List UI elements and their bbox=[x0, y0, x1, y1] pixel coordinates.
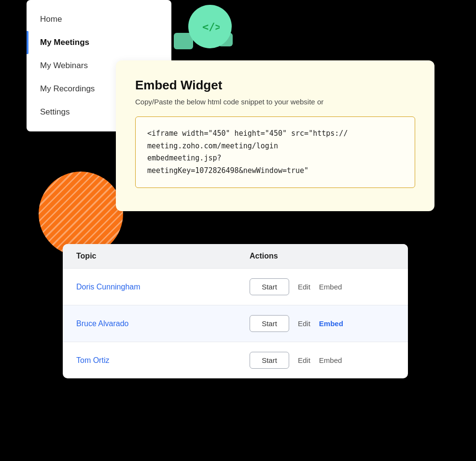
row-topic-doris[interactable]: Doris Cunningham bbox=[76, 283, 250, 291]
row-actions-tom: Start Edit Embed bbox=[250, 352, 394, 369]
sidebar-item-label: Settings bbox=[40, 107, 70, 116]
row-topic-tom[interactable]: Tom Ortiz bbox=[76, 356, 250, 365]
start-button-tom[interactable]: Start bbox=[250, 352, 289, 369]
edit-button-tom[interactable]: Edit bbox=[298, 356, 310, 364]
table-row: Bruce Alvarado Start Edit Embed bbox=[63, 305, 408, 342]
code-icon-circle: </> bbox=[188, 5, 232, 48]
meetings-table: Topic Actions Doris Cunningham Start Edi… bbox=[63, 244, 408, 378]
table-header: Topic Actions bbox=[63, 244, 408, 268]
sidebar-item-label: My Webinars bbox=[40, 61, 88, 70]
svg-text:</>: </> bbox=[202, 21, 220, 33]
embed-button-bruce[interactable]: Embed bbox=[319, 319, 343, 328]
sidebar-item-label: Home bbox=[40, 14, 62, 24]
sidebar-item-my-meetings[interactable]: My Meetings bbox=[27, 31, 171, 54]
column-header-topic: Topic bbox=[76, 252, 250, 260]
edit-button-bruce[interactable]: Edit bbox=[298, 319, 310, 328]
sidebar-item-home[interactable]: Home bbox=[27, 8, 171, 31]
start-button-bruce[interactable]: Start bbox=[250, 315, 289, 332]
sidebar-item-label: My Recordings bbox=[40, 84, 95, 93]
edit-button-doris[interactable]: Edit bbox=[298, 283, 310, 291]
start-button-doris[interactable]: Start bbox=[250, 278, 289, 295]
column-header-actions: Actions bbox=[250, 252, 394, 260]
table-row: Tom Ortiz Start Edit Embed bbox=[63, 342, 408, 378]
row-actions-bruce: Start Edit Embed bbox=[250, 315, 394, 332]
sidebar-item-label: My Meetings bbox=[40, 38, 89, 47]
embed-code-box[interactable]: <iframe width="450" height="450" src="ht… bbox=[135, 116, 415, 188]
deco-orange-circle bbox=[39, 172, 123, 256]
embed-button-tom[interactable]: Embed bbox=[319, 356, 342, 364]
row-topic-bruce[interactable]: Bruce Alvarado bbox=[76, 319, 250, 328]
embed-widget-card: Embed Widget Copy/Paste the below html c… bbox=[116, 60, 434, 211]
table-row: Doris Cunningham Start Edit Embed bbox=[63, 268, 408, 305]
embed-button-doris[interactable]: Embed bbox=[319, 283, 342, 291]
deco-pattern bbox=[39, 172, 123, 256]
embed-widget-title: Embed Widget bbox=[135, 78, 415, 93]
code-icon: </> bbox=[200, 17, 220, 36]
row-actions-doris: Start Edit Embed bbox=[250, 278, 394, 295]
embed-widget-description: Copy/Paste the below html code snippet t… bbox=[135, 98, 415, 106]
